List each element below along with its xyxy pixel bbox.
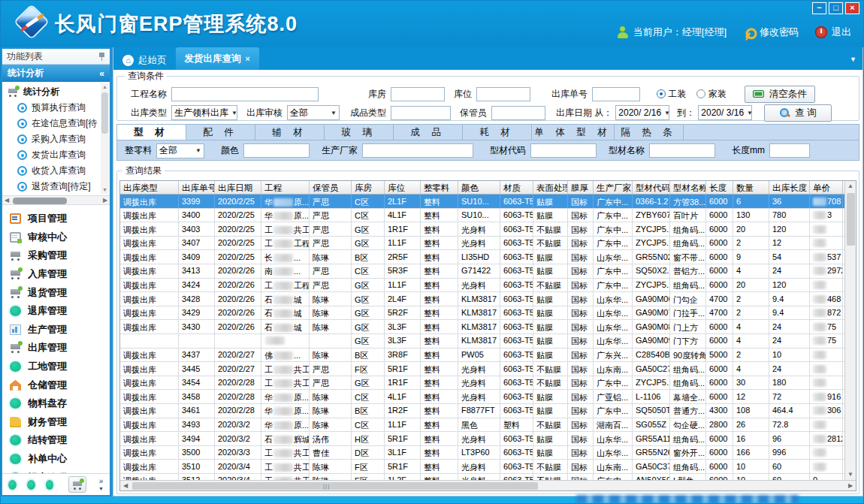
material-tab-3[interactable]: 辅 材	[255, 125, 325, 140]
column-header-5[interactable]: 保管员	[310, 181, 352, 194]
sidebar-tree-item[interactable]: 预算执行查询	[7, 100, 99, 116]
column-header-2[interactable]: 出库单号	[179, 181, 215, 194]
scroll-down-icon[interactable]: ▼	[845, 469, 856, 480]
tree-vertical-scrollbar[interactable]: ▲ ▼	[101, 83, 109, 194]
material-tab-5[interactable]: 成 品	[394, 125, 463, 140]
footer-dot-icon[interactable]	[27, 480, 35, 490]
close-tab-icon[interactable]: ×	[246, 54, 250, 63]
scroll-right-icon[interactable]: ▶	[845, 481, 856, 490]
sidebar-item-采购管理[interactable]: 采购管理	[10, 246, 110, 265]
column-header-15[interactable]: 型材名称	[670, 181, 706, 194]
column-header-6[interactable]: 库房	[352, 181, 385, 194]
table-row[interactable]: 调拨出库34032020/2/25工共工程严思G区1R1F整料光身料6063-T…	[120, 222, 844, 237]
table-row[interactable]: 调拨出库35122020/3/4工共工程陈琳F区1L2F整料光身料6063-T5…	[120, 474, 844, 480]
column-header-14[interactable]: 型材代码	[633, 181, 670, 194]
sidebar-item-结转管理[interactable]: 结转管理	[10, 431, 110, 450]
table-row[interactable]: 调拨出库34292020/2/26石城陈琳G区5R2F整料KLM38176063…	[120, 306, 844, 321]
column-header-11[interactable]: 表面处理	[533, 181, 568, 194]
sidebar-tree-item[interactable]: 采购入库查询	[7, 131, 99, 147]
maximize-button[interactable]: □	[829, 2, 843, 14]
footer-dot-icon[interactable]	[8, 480, 17, 490]
table-row[interactable]: 调拨出库34372020/2/27佛...陈琳B区3R8F整料PW056063-…	[120, 349, 844, 363]
sidebar-tree-item[interactable]: 在途信息查询[待	[7, 116, 99, 131]
sidebar-item-入库管理[interactable]: 入库管理	[10, 265, 110, 284]
column-header-4[interactable]: 工程	[261, 181, 310, 194]
tree-horizontal-scrollbar[interactable]: ◀▶	[2, 196, 110, 205]
date-to-picker[interactable]: 2020/ 3/16▼	[698, 105, 752, 120]
sidebar-tree-item[interactable]: 发货出库查询	[7, 147, 99, 163]
tab-shipment-outbound-query[interactable]: 发货出库查询 ×	[176, 47, 259, 70]
profile-code-input[interactable]	[530, 143, 597, 158]
radio-jiazhuang[interactable]	[696, 89, 705, 98]
clear-conditions-button[interactable]: 清空条件	[745, 86, 815, 103]
sidebar-tree-item[interactable]: 收货入库查询	[7, 163, 99, 179]
table-row[interactable]: 调拨出库34242020/2/26工工程严思G区1L1F整料光身料6063-T5…	[120, 279, 844, 293]
sidebar-item-审核中心[interactable]: 审核中心	[10, 228, 110, 247]
table-row[interactable]: 调拨出库34282020/2/26石城陈琳G区2L4F整料KLM38176063…	[120, 292, 844, 306]
sidebar-item-补单中心[interactable]: 补单中心	[10, 450, 110, 469]
column-header-8[interactable]: 整零料	[421, 181, 458, 194]
material-tab-7[interactable]: 单 体 型 材	[532, 125, 615, 140]
column-header-19[interactable]: 单价	[810, 181, 843, 194]
table-row[interactable]: 调拨出库35102020/3/4工共工程陈琳F区5R1F整料光身料6063-T5…	[120, 460, 844, 474]
sidebar-item-物料盘存[interactable]: 物料盘存	[10, 394, 110, 413]
sidebar-item-生产管理[interactable]: 生产管理	[10, 321, 110, 340]
order-no-input[interactable]	[592, 87, 640, 101]
table-row[interactable]: 调拨出库34002020/2/25华原...严思C区4L1F整料SU10...6…	[120, 209, 844, 223]
table-row[interactable]: 调拨出库34612020/2/28华原...陈琳B区1R2F整料F8877FT6…	[120, 404, 844, 418]
scroll-up-icon[interactable]: ▲	[845, 181, 856, 192]
factory-input[interactable]	[362, 143, 473, 158]
tree-root-statistics[interactable]: 统计分析	[7, 84, 99, 100]
material-tab-4[interactable]: 玻 璃	[325, 125, 394, 140]
table-row[interactable]: 调拨出库34932020/3/2华原...陈琳C区1L1F整料黑色塑料不贴膜国标…	[120, 418, 844, 433]
column-header-3[interactable]: 出库日期	[215, 181, 261, 194]
hscroll-thumb[interactable]	[132, 482, 538, 490]
sidebar-item-出库管理[interactable]: 出库管理	[10, 339, 110, 358]
table-row[interactable]: 调拨出库34582020/2/28华原...陈琳C区4L1F整料光身料6063-…	[120, 390, 844, 404]
product-type-input[interactable]	[391, 106, 451, 120]
footer-cart-button[interactable]	[68, 476, 86, 493]
length-input[interactable]	[769, 143, 810, 158]
footer-dot-icon[interactable]	[46, 480, 54, 490]
table-row[interactable]: 调拨出库34542020/2/28工共工程严思G区1R1F整料光身料6063-T…	[120, 376, 844, 391]
outbound-type-select[interactable]: 生产领料出库▼	[171, 105, 237, 120]
pin-icon[interactable]	[98, 53, 105, 61]
table-row[interactable]: 调拨出库34942020/3/2石辉城汤伟H区5R1F整料光身料6063-T5贴…	[120, 432, 844, 446]
grid-horizontal-scrollbar[interactable]: ◀ ||| ▶	[120, 480, 856, 490]
sidebar-item-退货管理[interactable]: 退货管理	[10, 283, 110, 302]
tab-home[interactable]: ⌂ 起始页	[113, 50, 176, 70]
sidebar-item-项目管理[interactable]: 项目管理	[10, 210, 110, 228]
column-header-7[interactable]: 库位	[385, 181, 421, 194]
table-row[interactable]: G区3L3F整料KLM38176063-T5贴膜国标山东华...GA90M09.…	[120, 334, 844, 349]
keeper-input[interactable]	[491, 106, 545, 120]
color-input[interactable]	[243, 143, 310, 158]
warehouse-input[interactable]	[391, 87, 445, 101]
column-header-16[interactable]: 长度	[706, 181, 733, 194]
material-tab-2[interactable]: 配 件	[186, 125, 255, 140]
material-tab-6[interactable]: 耗 材	[463, 125, 532, 140]
column-header-10[interactable]: 材质	[500, 181, 533, 194]
grid-vertical-scrollbar[interactable]: ▲ ▼	[844, 181, 856, 480]
sidebar-item-报废管理[interactable]: 报废管理	[10, 468, 110, 473]
column-header-13[interactable]: 生产厂家	[594, 181, 633, 194]
table-row[interactable]: 调拨出库34132020/2/26南...严思C区5R3F整料G71422606…	[120, 264, 844, 279]
scroll-left-icon[interactable]: ◀	[120, 481, 131, 490]
column-header-9[interactable]: 颜色	[458, 181, 500, 194]
material-tab-8[interactable]: 隔 热 条	[615, 125, 684, 140]
column-header-17[interactable]: 数量	[733, 181, 769, 194]
project-name-input[interactable]	[171, 87, 319, 101]
sidebar-tree-item[interactable]: 退货查询[待定]	[7, 179, 99, 195]
change-password-button[interactable]: 修改密码	[743, 26, 799, 39]
table-row[interactable]: 调拨出库34302020/2/26石城陈琳G区3L3F整料KLM38176063…	[120, 320, 844, 334]
table-row[interactable]: 调拨出库35002020/3/3工共工程曹佳D区3L1F整料LT3P606063…	[120, 446, 844, 460]
search-button[interactable]: 查 询	[764, 104, 832, 122]
minimize-button[interactable]: −	[812, 2, 826, 14]
audit-select[interactable]: 全部▼	[287, 105, 340, 120]
date-from-picker[interactable]: 2020/ 2/16▼	[615, 105, 669, 120]
logout-button[interactable]: 退出	[815, 26, 851, 39]
collapse-icon[interactable]: «	[99, 68, 104, 79]
profile-name-input[interactable]	[649, 143, 715, 158]
column-header-18[interactable]: 出库长度	[769, 181, 810, 194]
sidebar-item-财务管理[interactable]: 财务管理	[10, 413, 110, 432]
table-row[interactable]: 调拨出库34452020/2/27工共工程严思F区5R1F整料光身料6063-T…	[120, 362, 844, 376]
